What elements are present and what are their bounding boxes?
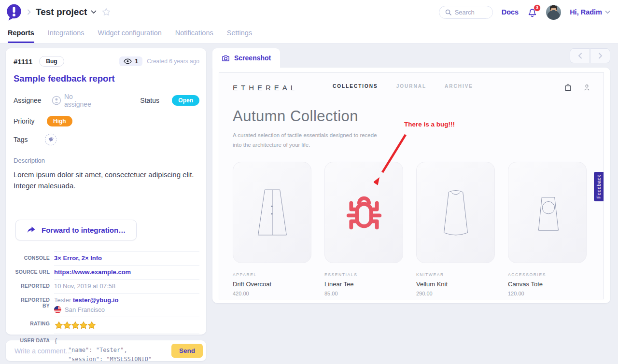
bug-icon — [342, 190, 386, 235]
reporter-name: Tester — [54, 296, 71, 304]
us-flag-icon — [54, 306, 61, 313]
product-category: APPAREL — [233, 272, 311, 277]
project-caret-icon[interactable] — [91, 10, 97, 14]
rating-label: RATING — [14, 317, 54, 334]
reported-label: REPORTED — [14, 279, 54, 293]
search-input[interactable] — [455, 9, 489, 16]
site-nav-journal: JOURNAL — [396, 84, 426, 91]
tab-notifications[interactable]: Notifications — [175, 24, 213, 43]
forward-to-integration-button[interactable]: Forward to integration… — [15, 220, 137, 240]
detail-row-reported: REPORTED 10 Nov, 2019 at 07:58 — [14, 279, 199, 293]
product-category: KNITWEAR — [416, 272, 495, 277]
tag-icon — [48, 137, 54, 142]
search-icon — [445, 9, 451, 15]
detail-row-reported-by: REPORTED BY Tester tester@ybug.io San Fr… — [14, 293, 199, 317]
reporter-location: San Francisco — [65, 306, 105, 313]
report-pager — [570, 48, 610, 63]
reported-value: 10 Nov, 2019 at 07:58 — [54, 279, 199, 293]
source-url-label: SOURCE URL — [14, 265, 54, 279]
description-text: Lorem ipsum dolor sit amet, consectetuer… — [14, 169, 199, 192]
report-type-badge[interactable]: Bug — [39, 56, 64, 67]
status-badge[interactable]: Open — [172, 95, 199, 106]
star-icon — [87, 321, 97, 330]
previous-report-button[interactable] — [570, 48, 590, 63]
tote-icon — [526, 186, 569, 239]
screenshot-panel: ETHEREAL COLLECTIONS JOURNAL ARCHIVE Aut… — [212, 68, 610, 303]
forward-arrow-icon — [27, 226, 36, 234]
report-detail-card: #1111 Bug 1 Created 6 years ago Sample f… — [6, 48, 206, 335]
add-tag-button[interactable] — [45, 134, 56, 145]
person-icon — [52, 96, 61, 105]
app-header: Test project Docs 3 Hi, Radim — [0, 0, 618, 24]
assignee-value: No assignee — [64, 93, 101, 108]
send-comment-button[interactable]: Send — [171, 344, 203, 358]
forward-button-label: Forward to integration… — [42, 226, 126, 234]
user-caret-icon — [605, 11, 610, 14]
product-grid: APPAREL Drift Overcoat 420.00 — [219, 162, 604, 296]
tab-reports[interactable]: Reports — [8, 24, 34, 43]
avatar[interactable] — [546, 5, 561, 20]
product-name: Linear Tee — [324, 280, 403, 288]
views-count: 1 — [135, 58, 138, 65]
notifications-button[interactable]: 3 — [527, 6, 537, 18]
product-price: 290.00 — [416, 291, 495, 296]
annotation-arrow — [374, 131, 411, 188]
product-category: ACCESSORIES — [508, 272, 587, 277]
tab-screenshot[interactable]: Screenshot — [212, 48, 280, 68]
overcoat-icon — [251, 186, 294, 239]
feedback-button-label: Feedback — [596, 175, 602, 198]
feedback-widget-button[interactable]: Feedback — [594, 172, 604, 201]
detail-row-console: CONSOLE 3× Error, 2× Info — [14, 251, 199, 265]
tab-widget-configuration[interactable]: Widget configuration — [98, 24, 162, 43]
docs-link[interactable]: Docs — [502, 8, 519, 16]
product-price: 120.00 — [508, 291, 587, 296]
screenshot-image: ETHEREAL COLLECTIONS JOURNAL ARCHIVE Aut… — [219, 72, 604, 299]
camera-icon — [222, 55, 230, 62]
site-nav-collections: COLLECTIONS — [333, 84, 378, 91]
notification-badge: 3 — [534, 4, 541, 12]
ybug-logo-icon[interactable] — [5, 3, 23, 21]
breadcrumb-chevron-icon — [27, 9, 31, 15]
chevron-right-icon — [598, 53, 603, 59]
bug-annotation-text: There is a bug!!! — [404, 121, 455, 128]
console-link[interactable]: 3× Error, 2× Info — [54, 254, 102, 262]
product-card: KNITWEAR Vellum Knit 290.00 — [416, 162, 495, 296]
assignee-label: Assignee — [14, 97, 41, 104]
source-url-link[interactable]: https://www.example.com — [54, 268, 131, 276]
comment-input[interactable] — [14, 347, 171, 355]
product-name: Vellum Knit — [416, 280, 495, 288]
tab-settings[interactable]: Settings — [227, 24, 252, 43]
priority-badge[interactable]: High — [47, 116, 72, 126]
reporter-email-link[interactable]: tester@ybug.io — [73, 296, 118, 304]
reported-by-label: REPORTED BY — [14, 293, 54, 317]
knit-icon — [435, 186, 477, 239]
site-nav-archive: ARCHIVE — [445, 84, 473, 91]
main-tabbar: Reports Integrations Widget configuratio… — [0, 24, 618, 43]
user-menu[interactable]: Hi, Radim — [570, 8, 610, 16]
rating-stars — [54, 321, 199, 330]
tab-integrations[interactable]: Integrations — [48, 24, 84, 43]
site-nav: COLLECTIONS JOURNAL ARCHIVE — [333, 84, 473, 91]
account-icon — [584, 84, 590, 91]
assignee-selector[interactable]: No assignee — [52, 93, 101, 108]
description-label: Description — [14, 157, 199, 164]
detail-row-source-url: SOURCE URL https://www.example.com — [14, 265, 199, 279]
product-category: ESSENTIALS — [324, 272, 403, 277]
detail-row-rating: RATING — [14, 317, 199, 334]
product-price: 420.00 — [233, 291, 311, 296]
chevron-left-icon — [578, 53, 582, 59]
product-name: Canvas Tote — [508, 280, 587, 288]
product-card: APPAREL Drift Overcoat 420.00 — [233, 162, 311, 296]
favorite-star-icon[interactable] — [101, 7, 111, 17]
report-title: Sample feedback report — [14, 73, 199, 84]
shopping-bag-icon — [565, 84, 571, 91]
search-box[interactable] — [439, 6, 493, 19]
status-label: Status — [140, 97, 166, 104]
created-timestamp: Created 6 years ago — [147, 58, 199, 65]
views-counter: 1 — [119, 56, 142, 66]
site-brand: ETHEREAL — [233, 84, 298, 92]
product-price: 85.00 — [324, 291, 403, 296]
next-report-button[interactable] — [590, 48, 610, 63]
report-id: #1111 — [14, 57, 32, 66]
project-name[interactable]: Test project — [36, 7, 87, 17]
